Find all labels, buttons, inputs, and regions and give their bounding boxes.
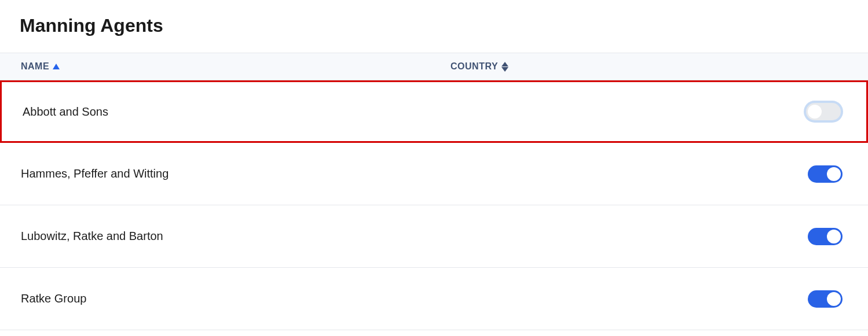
table-row[interactable]: Ratke Group — [0, 268, 868, 330]
enable-toggle[interactable] — [806, 103, 841, 120]
table-header: NAME COUNTRY — [0, 53, 868, 80]
row-name-label: Lubowitz, Ratke and Barton — [21, 230, 163, 243]
cell-toggle — [697, 103, 845, 120]
enable-toggle[interactable] — [808, 228, 843, 245]
cell-name: Abbott and Sons — [23, 105, 451, 119]
cell-name: Hammes, Pfeffer and Witting — [21, 167, 451, 180]
cell-toggle — [698, 165, 847, 183]
toggle-knob — [827, 292, 841, 306]
enable-toggle[interactable] — [808, 165, 843, 183]
toggle-knob — [827, 167, 841, 181]
cell-name: Ratke Group — [21, 292, 451, 305]
page-container: Manning Agents NAME COUNTRY Abbott and S… — [0, 0, 868, 330]
column-header-name[interactable]: NAME — [21, 61, 451, 72]
column-header-country-label: COUNTRY — [451, 61, 498, 72]
column-header-name-label: NAME — [21, 61, 49, 72]
cell-toggle — [698, 228, 847, 245]
sort-asc-icon — [53, 64, 60, 69]
sort-both-icon — [501, 62, 508, 72]
row-name-label: Abbott and Sons — [23, 105, 108, 119]
table-row[interactable]: Hammes, Pfeffer and Witting — [0, 143, 868, 205]
column-header-country[interactable]: COUNTRY — [451, 61, 698, 72]
enable-toggle[interactable] — [808, 290, 843, 308]
toggle-knob — [808, 105, 822, 119]
table-row[interactable]: Abbott and Sons — [0, 80, 868, 143]
page-header: Manning Agents — [0, 0, 868, 53]
page-title: Manning Agents — [20, 15, 848, 36]
cell-name: Lubowitz, Ratke and Barton — [21, 230, 451, 243]
table-row[interactable]: Lubowitz, Ratke and Barton — [0, 205, 868, 268]
toggle-knob — [827, 230, 841, 243]
table-body: Abbott and SonsHammes, Pfeffer and Witti… — [0, 80, 868, 330]
cell-toggle — [698, 290, 847, 308]
row-name-label: Ratke Group — [21, 292, 86, 305]
row-name-label: Hammes, Pfeffer and Witting — [21, 167, 169, 180]
